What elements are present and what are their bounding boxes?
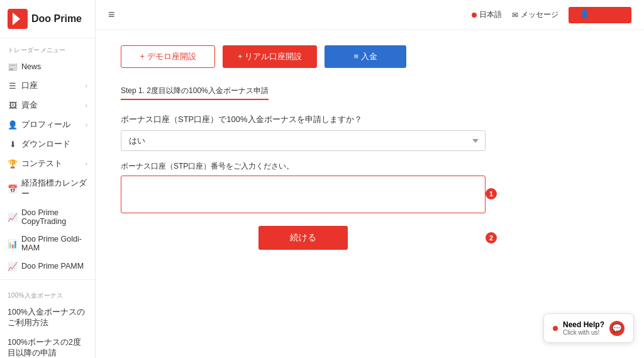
sidebar-item-download[interactable]: ⬇ ダウンロード [0, 135, 95, 154]
sidebar: Doo Prime トレーダーメニュー 📰 News ☰ 口座 › 🖼 資金 ›… [0, 0, 96, 358]
sidebar-item-label: Doo Prime PAMM [21, 262, 84, 271]
calendar-icon: 📅 [8, 184, 18, 194]
chevron-right-icon: › [86, 82, 87, 89]
sidebar-item-label: 口座 [21, 81, 38, 91]
message-link[interactable]: ✉ メッセージ [512, 9, 558, 20]
language-selector[interactable]: 日本語 [472, 9, 502, 20]
trader-section-label: トレーダーメニュー [0, 38, 95, 57]
sidebar-item-calendar[interactable]: 📅 経済指標カレンダー [0, 174, 95, 204]
goldi-icon: 📊 [8, 238, 18, 249]
form-section: ボーナス口座（STP口座）で100%入金ボーナスを申請しますか？ はい いいえ … [121, 114, 486, 226]
sidebar-item-bonus-guide[interactable]: 100%入金ボーナスのご利用方法 [0, 303, 95, 333]
step-badge-1: 1 [486, 188, 497, 199]
sidebar-item-label: News [21, 62, 41, 71]
logo-area: Doo Prime [0, 0, 95, 38]
step-label: Step 1. 2度目以降の100%入金ボーナス申請 [121, 86, 269, 100]
demo-account-button[interactable]: + デモロ座開設 [121, 45, 215, 68]
sidebar-item-goldi[interactable]: 📊 Doo Prime Goldi-MAM [0, 230, 95, 257]
main-content: ≡ 日本語 ✉ メッセージ 👤 + デモロ座開設 + リアル口座開設 ≡ 入金 … [96, 0, 644, 358]
sidebar-item-pamm[interactable]: 📈 Doo Prime PAMM [0, 257, 95, 276]
page-body: + デモロ座開設 + リアル口座開設 ≡ 入金 Step 1. 2度目以降の10… [96, 30, 644, 358]
logo-text: Doo Prime [31, 13, 82, 25]
hamburger-icon[interactable]: ≡ [108, 8, 115, 21]
message-label: メッセージ [521, 9, 558, 20]
deposit-button[interactable]: ≡ 入金 [325, 45, 406, 68]
input-label: ボーナス口座（STP口座）番号をご入力ください。 [121, 161, 486, 172]
help-widget[interactable]: Need Help? Click with us! 💬 [543, 313, 634, 343]
doo-prime-logo-icon [8, 9, 28, 29]
help-title: Need Help? [563, 320, 604, 329]
sidebar-item-label: 資金 [21, 100, 38, 111]
lang-label: 日本語 [479, 9, 502, 20]
top-nav: ≡ 日本語 ✉ メッセージ 👤 [96, 0, 644, 30]
step-badge-2: 2 [486, 232, 497, 243]
sidebar-item-label: Doo Prime CopyTrading [21, 208, 87, 226]
sidebar-item-label: コンテスト [21, 159, 62, 169]
koza-icon: ☰ [8, 81, 18, 91]
sidebar-item-koza[interactable]: ☰ 口座 › [0, 76, 95, 96]
envelope-icon: ✉ [512, 11, 518, 20]
sidebar-item-label: 100%ボーナスの2度目以降の申請 [8, 337, 87, 358]
continue-button[interactable]: 続ける [258, 226, 348, 250]
sidebar-item-shikin[interactable]: 🖼 資金 › [0, 96, 95, 115]
help-dot-icon [553, 326, 558, 331]
chevron-right-icon: › [86, 121, 87, 128]
bonus-select[interactable]: はい いいえ [121, 130, 486, 151]
user-icon: 👤 [580, 9, 589, 18]
sidebar-item-label: 経済指標カレンダー [21, 178, 87, 199]
sidebar-item-label: プロフィール [21, 120, 70, 130]
help-text: Need Help? Click with us! [563, 320, 604, 336]
profile-icon: 👤 [8, 120, 18, 130]
sidebar-item-label: Doo Prime Goldi-MAM [21, 235, 87, 252]
real-account-button[interactable]: + リアル口座開設 [223, 45, 317, 68]
chevron-right-icon: › [86, 102, 87, 109]
user-button[interactable]: 👤 [569, 7, 631, 23]
sidebar-item-news[interactable]: 📰 News [0, 57, 95, 76]
input-wrapper: ボーナス口座（STP口座）番号をご入力ください。 1 [121, 161, 486, 226]
chevron-right-icon: › [86, 160, 87, 167]
sidebar-item-contest[interactable]: 🏆 コンテスト › [0, 154, 95, 174]
sidebar-item-profile[interactable]: 👤 プロフィール › [0, 115, 95, 135]
form-question: ボーナス口座（STP口座）で100%入金ボーナスを申請しますか？ [121, 114, 486, 125]
topnav-right: 日本語 ✉ メッセージ 👤 [472, 7, 631, 23]
sidebar-item-bonus-apply[interactable]: 100%ボーナスの2度目以降の申請 [0, 333, 95, 358]
action-buttons-row: + デモロ座開設 + リアル口座開設 ≡ 入金 [121, 45, 619, 68]
continue-wrapper: 続ける 2 [121, 226, 486, 250]
sidebar-item-label: 100%入金ボーナスのご利用方法 [8, 307, 87, 328]
news-icon: 📰 [8, 62, 18, 72]
chat-icon: 💬 [609, 321, 625, 336]
sidebar-item-copytrading[interactable]: 📈 Doo Prime CopyTrading [0, 204, 95, 230]
copytrading-icon: 📈 [8, 212, 18, 222]
account-number-input[interactable] [121, 176, 486, 213]
help-subtitle: Click with us! [563, 329, 604, 336]
sidebar-item-label: ダウンロード [21, 139, 70, 150]
shikin-icon: 🖼 [8, 101, 18, 111]
download-icon: ⬇ [8, 140, 18, 150]
pamm-icon: 📈 [8, 261, 18, 271]
bonus-section-label: 100%入金ボーナス [0, 284, 95, 303]
contest-icon: 🏆 [8, 159, 18, 169]
lang-dot-icon [472, 13, 477, 18]
